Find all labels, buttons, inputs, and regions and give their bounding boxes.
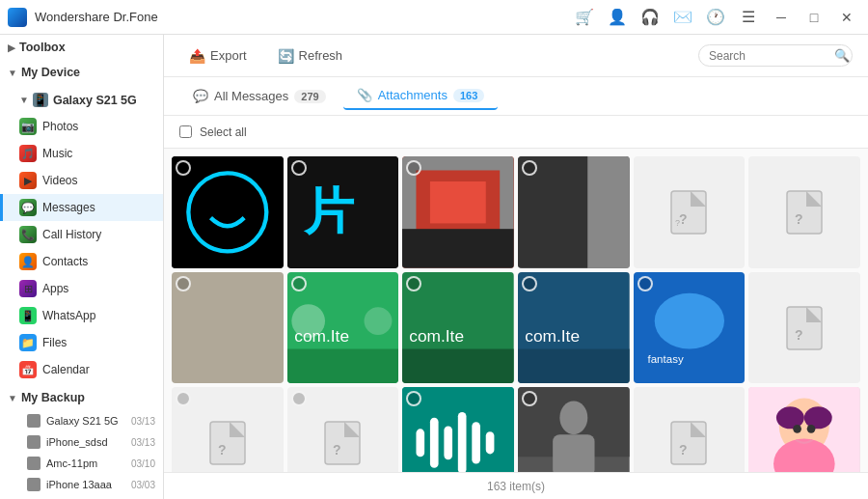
sidebar-item-contacts[interactable]: 👤 Contacts [0,248,163,275]
backup-item-galaxy[interactable]: Galaxy S21 5G 03/13 [0,410,163,431]
grid-item[interactable]: com.Ite [287,272,399,384]
music-icon: 🎵 [19,145,37,162]
grid-item[interactable] [172,156,284,268]
export-label: Export [210,48,247,63]
svg-rect-38 [325,422,360,464]
grid-item[interactable]: com.Ite [518,272,630,384]
toolbox-arrow: ▶ [8,42,15,53]
backup-item-amc[interactable]: Amc-11pm 03/10 [0,453,163,474]
grid-item[interactable]: 片 [287,156,399,268]
grid-container: 片 [164,149,868,472]
svg-rect-15 [787,191,822,234]
svg-text:?: ? [795,211,803,227]
toolbox-label: Toolbox [19,41,66,54]
svg-rect-20 [287,348,399,383]
sidebar-item-callhistory[interactable]: 📞 Call History [0,221,163,248]
svg-text:?: ? [218,442,227,457]
maximize-button[interactable]: □ [800,4,827,31]
grid-item[interactable]: fantasy [634,272,746,384]
galaxy-device-group: ▼ 📱 Galaxy S21 5G 📷 Photos 🎵 Music ▶ Vid… [0,85,163,385]
svg-rect-43 [430,418,439,468]
whatsapp-label: WhatsApp [42,309,95,322]
svg-rect-42 [417,430,425,457]
search-input[interactable] [709,49,834,63]
backup-item-iphone12[interactable]: iPhone 12 mini 03/03 [0,495,163,499]
videos-icon: ▶ [19,172,37,189]
contacts-label: Contacts [42,255,88,268]
grid-item[interactable]: ? [748,156,860,268]
grid-item[interactable]: ? ? [634,156,746,268]
title-actions: 🛒 👤 🎧 ✉️ 🕐 ☰ ─ □ ✕ [571,4,860,31]
photos-icon: 📷 [19,118,37,135]
grid-item[interactable]: ? [634,387,746,472]
svg-text:片: 片 [303,183,355,239]
sidebar-item-whatsapp[interactable]: 📱 WhatsApp [0,302,163,329]
close-button[interactable]: ✕ [833,4,860,31]
mail-icon[interactable]: ✉️ [669,4,696,31]
backup-iphone13-icon [27,478,41,491]
grid-item[interactable]: ? [172,387,284,472]
backup-item-iphone13[interactable]: iPhone 13aaa 03/03 [0,474,163,495]
sidebar-toolbox[interactable]: ▶ Toolbox [0,35,163,60]
grid-item[interactable]: ? [748,272,860,384]
sidebar-item-photos[interactable]: 📷 Photos [0,113,163,140]
refresh-icon: 🔄 [278,48,294,64]
toolbar: 📤 Export 🔄 Refresh 🔍 [164,35,868,77]
search-box[interactable]: 🔍 [698,44,853,67]
menu-icon[interactable]: ☰ [735,4,762,31]
item-select-circle [637,276,653,291]
export-button[interactable]: 📤 Export [179,43,257,69]
my-device-label: My Device [21,66,80,79]
headset-icon[interactable]: 🎧 [637,4,664,31]
backup-sdsd-date: 03/13 [131,437,155,448]
svg-text:com.Ite: com.Ite [525,326,580,346]
messages-label: Messages [42,201,95,214]
apps-label: Apps [42,282,68,295]
svg-point-22 [364,307,392,335]
history-icon[interactable]: 🕐 [702,4,729,31]
galaxy-header[interactable]: ▼ 📱 Galaxy S21 5G [0,87,163,113]
sidebar-my-backup[interactable]: ▼ My Backup [0,385,163,410]
profile-icon[interactable]: 👤 [604,4,631,31]
grid-item[interactable]: com.Ite [402,272,514,384]
svg-point-60 [794,425,802,433]
sidebar-item-files[interactable]: 📁 Files [0,329,163,356]
svg-point-21 [291,304,325,338]
export-icon: 📤 [189,48,205,64]
media-grid: 片 [172,156,860,472]
app-icon [8,8,27,27]
sidebar-item-apps[interactable]: ⊞ Apps [0,275,163,302]
svg-point-61 [807,425,816,433]
sidebar-my-device[interactable]: ▼ My Device [0,60,163,85]
backup-item-iphone-sdsd[interactable]: iPhone_sdsd 03/13 [0,431,163,453]
backup-amc-label: Amc-11pm [46,457,97,469]
sidebar-item-calendar[interactable]: 📅 Calendar [0,356,163,383]
svg-point-58 [776,407,804,430]
messages-icon: 💬 [19,199,37,216]
grid-item[interactable] [748,387,860,472]
grid-item[interactable] [518,387,630,472]
grid-item[interactable] [518,156,630,268]
contacts-icon: 👤 [19,253,37,270]
music-label: Music [42,147,72,160]
sidebar-item-music[interactable]: 🎵 Music [0,140,163,167]
select-all-checkbox[interactable] [179,125,192,138]
tab-all-messages[interactable]: 💬 All Messages 279 [179,83,339,109]
tab-attachments[interactable]: 📎 Attachments 163 [343,82,499,110]
grid-item[interactable] [402,387,514,472]
minimize-button[interactable]: ─ [768,4,795,31]
grid-item[interactable]: ? [287,387,399,472]
tab-all-messages-label: All Messages [214,89,288,103]
grid-item[interactable] [172,272,284,384]
cart-icon[interactable]: 🛒 [571,4,598,31]
svg-text:?: ? [333,442,341,457]
item-select-circle [176,160,191,176]
sidebar-item-videos[interactable]: ▶ Videos [0,167,163,194]
whatsapp-icon: 📱 [19,307,37,324]
grid-item[interactable] [402,156,514,268]
refresh-button[interactable]: 🔄 Refresh [268,43,353,69]
device-arrow: ▼ [8,68,17,78]
unknown-file-icon: ? ? [634,156,746,268]
select-bar: Select all [164,116,868,149]
sidebar-item-messages[interactable]: 💬 Messages [0,194,163,221]
